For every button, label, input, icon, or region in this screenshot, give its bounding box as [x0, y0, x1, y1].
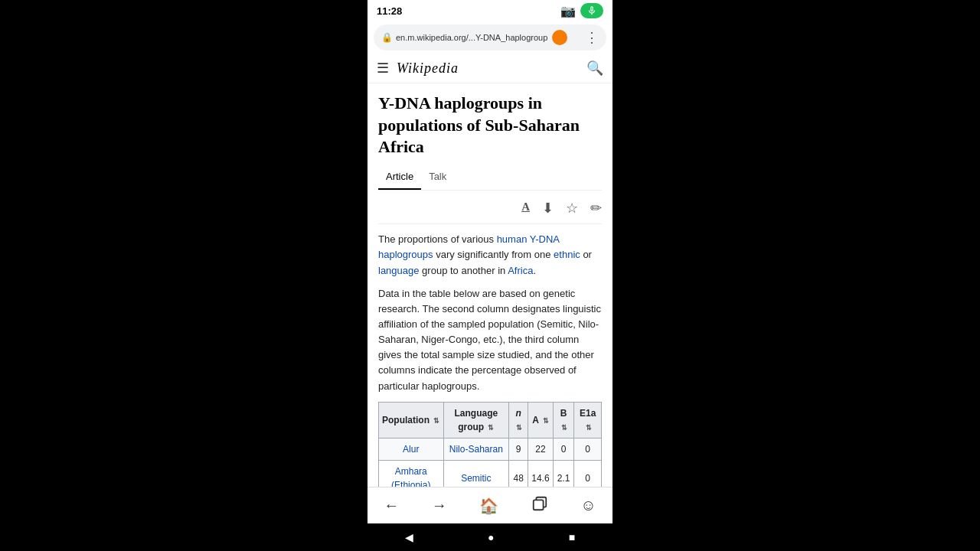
android-nav: ◀ ● ■ [368, 523, 612, 551]
orange-dot [552, 30, 567, 45]
translate-button[interactable]: A [521, 198, 530, 219]
e1a-cell: 0 [574, 460, 602, 487]
android-home-button[interactable]: ● [488, 531, 494, 543]
sort-b-icon: ⇅ [561, 424, 567, 432]
tabs-button[interactable] [531, 495, 548, 516]
language-link[interactable]: language [378, 265, 420, 276]
url-text: en.m.wikipedia.org/...Y-DNA_haplogroup [396, 33, 547, 42]
shield-icon: 🔒 [381, 32, 393, 43]
article-tabs: Article Talk [378, 166, 602, 191]
th-b[interactable]: B ⇅ [553, 402, 574, 438]
population-cell: Amhara (Ethiopia) [379, 460, 444, 487]
table-row: Alur Nilo-Saharan 9 22 0 0 [379, 438, 602, 460]
intro-text-3: or [580, 249, 592, 260]
sort-e1a-icon: ⇅ [586, 424, 592, 432]
wikipedia-logo: Wikipedia [397, 60, 459, 77]
intro-text-2: vary significantly from one [433, 249, 554, 260]
population-link[interactable]: Alur [403, 444, 419, 455]
population-cell: Alur [379, 438, 444, 460]
home-button[interactable]: 🏠 [479, 497, 498, 515]
browser-nav-bar: ← → 🏠 ☺ [368, 487, 612, 523]
back-button[interactable]: ← [384, 497, 399, 514]
sort-language-icon: ⇅ [488, 424, 494, 432]
wikipedia-logo-text: Wikipedia [397, 60, 459, 76]
language-group-cell: Semitic [443, 460, 508, 487]
intro-text-1: The proportions of various [378, 233, 497, 245]
e1a-cell: 0 [574, 438, 602, 460]
haplogroups-table: Population ⇅ Language group ⇅ n ⇅ A ⇅ [378, 402, 602, 487]
android-back-button[interactable]: ◀ [405, 531, 413, 543]
forward-button[interactable]: → [432, 497, 447, 514]
status-time: 11:28 [377, 5, 402, 17]
more-options-button[interactable]: ⋮ [585, 29, 599, 46]
android-recent-button[interactable]: ■ [569, 531, 575, 543]
b-cell: 2.1 [553, 460, 574, 487]
a-cell: 22 [528, 438, 553, 460]
svg-rect-0 [534, 500, 544, 510]
sort-n-icon: ⇅ [516, 424, 522, 432]
th-population[interactable]: Population ⇅ [379, 402, 444, 438]
camera-icon: 📷 [560, 4, 576, 18]
mic-icon [586, 5, 597, 16]
sort-population-icon: ⇅ [433, 417, 439, 425]
tab-talk[interactable]: Talk [421, 166, 454, 191]
intro-paragraph: The proportions of various human Y-DNA h… [378, 232, 602, 278]
edit-button[interactable]: ✏ [590, 198, 602, 219]
download-button[interactable]: ⬇ [542, 198, 554, 219]
article-toolbar: A ⬇ ☆ ✏ [378, 198, 602, 224]
language-group-link[interactable]: Nilo-Saharan [449, 444, 503, 455]
article-title: Y-DNA haplogroups in populations of Sub-… [378, 93, 602, 158]
search-button[interactable]: 🔍 [586, 60, 603, 77]
sort-a-icon: ⇅ [543, 417, 549, 425]
article-content: Y-DNA haplogroups in populations of Sub-… [368, 83, 612, 487]
table-row: Amhara (Ethiopia) Semitic 48 14.6 2.1 0 [379, 460, 602, 487]
tab-article[interactable]: Article [378, 166, 421, 191]
th-language-group[interactable]: Language group ⇅ [443, 402, 508, 438]
th-e1a[interactable]: E1a ⇅ [574, 402, 602, 438]
ethnic-link[interactable]: ethnic [554, 249, 580, 260]
menu-button[interactable]: ☺ [580, 497, 596, 514]
star-button[interactable]: ☆ [566, 198, 578, 219]
b-cell: 0 [553, 438, 574, 460]
hamburger-menu-button[interactable]: ☰ [377, 60, 389, 77]
url-bar[interactable]: 🔒 en.m.wikipedia.org/...Y-DNA_haplogroup… [374, 24, 606, 51]
africa-link[interactable]: Africa [508, 265, 533, 276]
wiki-left: ☰ Wikipedia [377, 60, 459, 77]
wikipedia-header: ☰ Wikipedia 🔍 [368, 54, 612, 83]
status-icons: 📷 [560, 3, 603, 18]
description-paragraph: Data in the table below are based on gen… [378, 286, 602, 394]
language-group-cell: Nilo-Saharan [443, 438, 508, 460]
intro-text-4: group to another in [420, 265, 508, 276]
n-cell: 48 [509, 460, 528, 487]
th-n[interactable]: n ⇅ [509, 402, 528, 438]
n-cell: 9 [509, 438, 528, 460]
status-bar: 11:28 📷 [368, 0, 612, 21]
language-group-link[interactable]: Semitic [461, 473, 491, 484]
population-link[interactable]: Amhara (Ethiopia) [391, 466, 430, 487]
mic-button[interactable] [580, 3, 603, 18]
a-cell: 14.6 [528, 460, 553, 487]
th-a[interactable]: A ⇅ [528, 402, 553, 438]
intro-text-5: . [533, 265, 536, 276]
url-left: 🔒 en.m.wikipedia.org/...Y-DNA_haplogroup [381, 30, 567, 45]
